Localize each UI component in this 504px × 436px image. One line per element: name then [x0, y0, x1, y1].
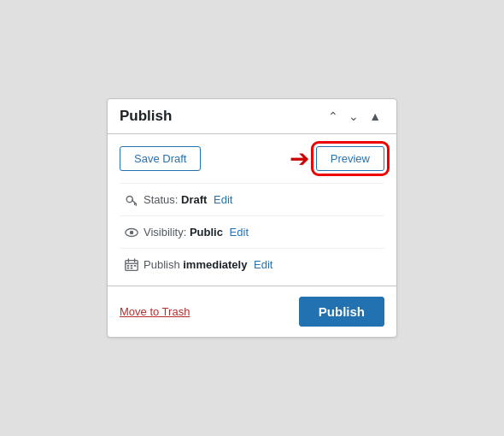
header-controls: ⌃ ⌄ ▲	[325, 108, 384, 125]
chevron-up-icon[interactable]: ⌃	[325, 108, 342, 125]
visibility-edit-link[interactable]: Edit	[230, 226, 249, 239]
calendar-icon	[120, 256, 144, 273]
preview-wrapper: ➔ Preview	[316, 146, 384, 171]
widget-header: Publish ⌃ ⌄ ▲	[108, 99, 396, 134]
svg-rect-10	[127, 265, 130, 267]
publish-button[interactable]: Publish	[299, 297, 384, 327]
svg-line-1	[132, 200, 136, 204]
widget-title: Publish	[120, 108, 172, 125]
preview-button[interactable]: Preview	[316, 146, 384, 171]
status-row: Status: Draft Edit	[120, 183, 384, 215]
key-icon	[120, 191, 144, 208]
publish-date-row: Publish immediately Edit	[120, 248, 384, 280]
visibility-text: Visibility: Public Edit	[144, 226, 249, 239]
publish-date-edit-link[interactable]: Edit	[254, 258, 273, 271]
collapse-icon[interactable]: ▲	[366, 108, 384, 125]
visibility-value: Public	[190, 226, 223, 239]
arrow-right-icon: ➔	[290, 147, 309, 171]
svg-rect-11	[131, 265, 133, 267]
move-to-trash-button[interactable]: Move to Trash	[120, 305, 190, 318]
widget-body: Save Draft ➔ Preview Status: Draf	[108, 134, 396, 280]
widget-footer: Move to Trash Publish	[108, 286, 396, 337]
visibility-row: Visibility: Public Edit	[120, 215, 384, 248]
status-edit-link[interactable]: Edit	[214, 193, 232, 206]
arrow-container: ➔	[290, 147, 309, 171]
button-row: Save Draft ➔ Preview	[120, 146, 384, 171]
save-draft-button[interactable]: Save Draft	[120, 146, 201, 171]
status-text: Status: Draft Edit	[144, 193, 232, 206]
svg-point-0	[126, 197, 132, 203]
svg-point-5	[130, 231, 134, 235]
publish-widget: Publish ⌃ ⌄ ▲ Save Draft ➔ Preview	[107, 98, 397, 337]
chevron-down-icon[interactable]: ⌄	[345, 108, 362, 125]
status-value: Draft	[181, 193, 207, 206]
svg-rect-13	[127, 267, 130, 268]
publish-date-value: immediately	[183, 258, 247, 271]
svg-rect-12	[134, 265, 137, 267]
eye-icon	[120, 224, 144, 240]
publish-date-text: Publish immediately Edit	[144, 258, 273, 271]
svg-rect-14	[131, 267, 133, 268]
